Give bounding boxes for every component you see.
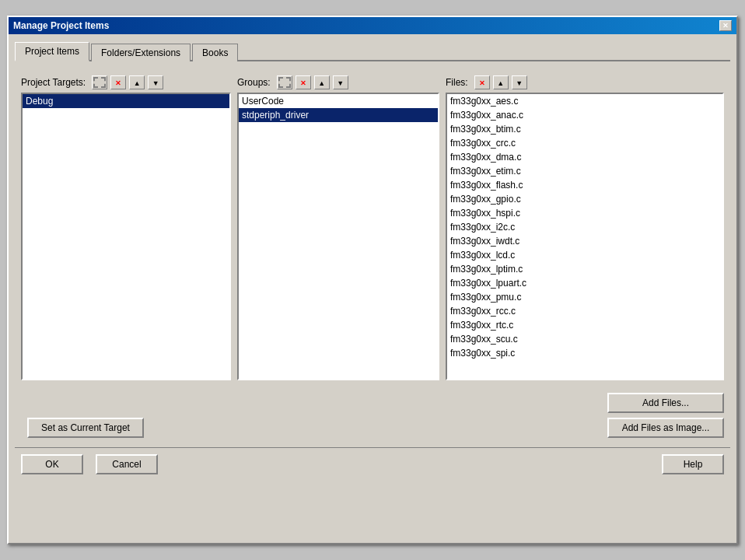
file-list-item[interactable]: fm33g0xx_rcc.c: [447, 304, 722, 318]
title-bar: Manage Project Items ✕: [9, 17, 736, 34]
window-title: Manage Project Items: [13, 20, 109, 31]
group-list-item[interactable]: UserCode: [239, 94, 438, 108]
content-area: Project Targets: Debug: [15, 69, 730, 387]
down-group-icon: [337, 79, 344, 87]
file-list-item[interactable]: fm33g0xx_lptim.c: [447, 262, 722, 276]
help-button[interactable]: Help: [662, 454, 724, 474]
file-list-item[interactable]: fm33g0xx_btim.c: [447, 122, 722, 136]
project-targets-label: Project Targets:: [21, 77, 86, 88]
set-as-current-target-button[interactable]: Set as Current Target: [27, 418, 144, 438]
groups-list[interactable]: UserCodestdperiph_driver: [237, 93, 439, 380]
file-list-item[interactable]: fm33g0xx_scu.c: [447, 332, 722, 346]
groups-panel: Groups: UserCodestdperiph_driver: [237, 75, 439, 380]
groups-label: Groups:: [237, 77, 271, 88]
new-group-icon: [278, 77, 291, 88]
files-header: Files:: [446, 75, 724, 89]
file-list-item[interactable]: fm33g0xx_aes.c: [447, 94, 722, 108]
up-group-icon: [318, 79, 325, 87]
file-list-item[interactable]: fm33g0xx_dma.c: [447, 150, 722, 164]
delete-group-button[interactable]: [296, 75, 311, 89]
delete-group-icon: [300, 79, 306, 87]
title-bar-buttons: ✕: [719, 20, 732, 31]
ok-button[interactable]: OK: [21, 454, 83, 474]
add-files-button[interactable]: Add Files...: [607, 393, 724, 413]
bottom-left: Set as Current Target: [21, 418, 144, 438]
move-group-up-button[interactable]: [314, 75, 330, 89]
tab-bar: Project Items Folders/Extensions Books: [15, 40, 730, 61]
tab-books[interactable]: Books: [192, 44, 238, 61]
target-list-item[interactable]: Debug: [23, 94, 229, 108]
file-list-item[interactable]: fm33g0xx_lcd.c: [447, 248, 722, 262]
file-list-item[interactable]: fm33g0xx_crc.c: [447, 136, 722, 150]
project-targets-panel: Project Targets: Debug: [21, 75, 231, 380]
up-arrow-icon: [134, 79, 141, 87]
close-button[interactable]: ✕: [719, 20, 732, 31]
down-file-icon: [516, 79, 523, 87]
add-files-as-image-button[interactable]: Add Files as Image...: [607, 418, 724, 438]
file-list-item[interactable]: fm33g0xx_gpio.c: [447, 192, 722, 206]
tab-folders-extensions[interactable]: Folders/Extensions: [91, 44, 191, 61]
bottom-right: Add Files... Add Files as Image...: [607, 393, 724, 438]
delete-file-icon: [479, 79, 485, 87]
groups-header: Groups:: [237, 75, 439, 89]
project-targets-list[interactable]: Debug: [21, 93, 231, 380]
files-panel: Files: fm33g0xx_aes.cfm33g0xx_anac.cfm33…: [446, 75, 724, 380]
new-item-icon: [93, 77, 106, 88]
tab-project-items[interactable]: Project Items: [15, 42, 89, 61]
move-target-up-button[interactable]: [129, 75, 145, 89]
project-targets-header: Project Targets:: [21, 75, 231, 89]
move-group-down-button[interactable]: [333, 75, 348, 89]
window-body: Project Items Folders/Extensions Books P…: [9, 34, 736, 490]
new-group-button[interactable]: [277, 75, 292, 89]
file-list-item[interactable]: fm33g0xx_pmu.c: [447, 290, 722, 304]
file-list-item[interactable]: fm33g0xx_lpuart.c: [447, 276, 722, 290]
footer: OK Cancel Help: [15, 447, 730, 484]
file-list-item[interactable]: fm33g0xx_anac.c: [447, 108, 722, 122]
move-file-up-button[interactable]: [493, 75, 509, 89]
file-list-item[interactable]: fm33g0xx_i2c.c: [447, 220, 722, 234]
down-arrow-icon: [152, 79, 159, 87]
delete-icon: [115, 79, 121, 87]
move-target-down-button[interactable]: [148, 75, 163, 89]
files-list[interactable]: fm33g0xx_aes.cfm33g0xx_anac.cfm33g0xx_bt…: [446, 93, 724, 380]
group-list-item[interactable]: stdperiph_driver: [239, 108, 438, 122]
cancel-button[interactable]: Cancel: [96, 454, 158, 474]
file-list-item[interactable]: fm33g0xx_spi.c: [447, 346, 722, 360]
bottom-area: Set as Current Target Add Files... Add F…: [15, 387, 730, 444]
delete-target-button[interactable]: [110, 75, 126, 89]
files-label: Files:: [446, 77, 468, 88]
new-target-button[interactable]: [92, 75, 107, 89]
move-file-down-button[interactable]: [512, 75, 527, 89]
file-list-item[interactable]: fm33g0xx_flash.c: [447, 178, 722, 192]
file-list-item[interactable]: fm33g0xx_iwdt.c: [447, 234, 722, 248]
title-bar-text: Manage Project Items: [13, 20, 109, 31]
file-list-item[interactable]: fm33g0xx_rtc.c: [447, 318, 722, 332]
up-file-icon: [497, 79, 504, 87]
file-list-item[interactable]: fm33g0xx_etim.c: [447, 164, 722, 178]
delete-file-button[interactable]: [474, 75, 490, 89]
file-list-item[interactable]: fm33g0xx_hspi.c: [447, 206, 722, 220]
manage-project-items-window: Manage Project Items ✕ Project Items Fol…: [7, 16, 738, 544]
